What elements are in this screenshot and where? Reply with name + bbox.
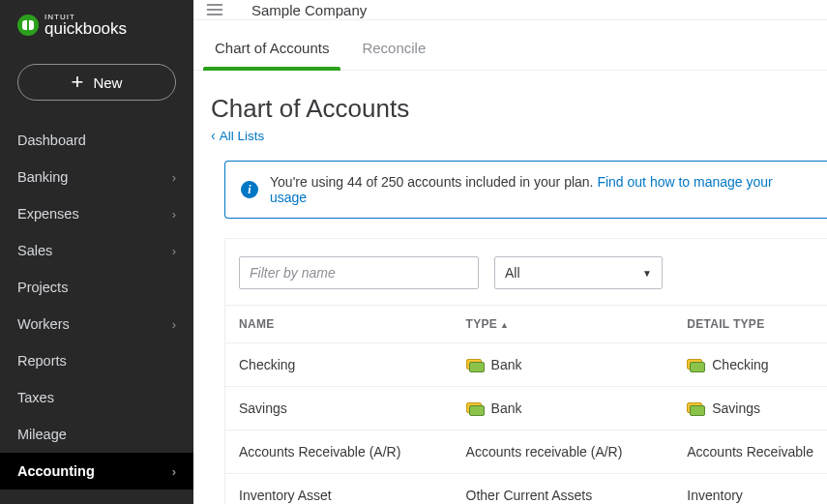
cell-detail: Savings	[673, 387, 827, 430]
cash-icon	[466, 402, 484, 414]
sidebar-item-label: Taxes	[17, 390, 54, 405]
banner-text-wrap: You're using 44 of 250 accounts included…	[270, 174, 812, 205]
cell-type: Bank	[453, 343, 674, 387]
table-row[interactable]: CheckingBankChecking	[225, 343, 827, 387]
col-header-detail[interactable]: DETAIL TYPE	[673, 306, 827, 343]
tab-reconcile[interactable]: Reconcile	[358, 34, 429, 70]
sidebar-item-label: Reports	[17, 353, 67, 369]
tabs: Chart of AccountsReconcile	[193, 20, 827, 71]
cell-detail-text: Accounts Receivable	[687, 444, 813, 460]
sidebar-nav: DashboardBanking›Expenses›Sales›Projects…	[0, 122, 193, 504]
brand-logo[interactable]: INTUIT quickbooks	[0, 0, 193, 46]
topbar: Sample Company	[193, 0, 827, 20]
cash-icon	[687, 359, 704, 371]
chevron-right-icon: ›	[172, 317, 176, 332]
sidebar-item-dashboard[interactable]: Dashboard	[0, 122, 193, 159]
sidebar-item-label: Mileage	[17, 427, 67, 442]
tab-chart-of-accounts[interactable]: Chart of Accounts	[211, 34, 333, 70]
sidebar-item-taxes[interactable]: Taxes	[0, 379, 193, 416]
cell-type-text: Bank	[491, 357, 522, 372]
sidebar-item-label: Projects	[17, 280, 68, 295]
cell-name: Inventory Asset	[225, 474, 453, 505]
breadcrumb-all-lists[interactable]: ‹ All Lists	[211, 128, 827, 143]
sidebar-item-accounting[interactable]: Accounting›	[0, 453, 193, 489]
sidebar-item-workers[interactable]: Workers›	[0, 306, 193, 342]
brand-name: quickbooks	[44, 20, 127, 37]
company-name: Sample Company	[251, 2, 367, 18]
col-header-type[interactable]: TYPE▲	[453, 306, 674, 343]
select-value: All	[505, 265, 520, 281]
banner-text: You're using 44 of 250 accounts included…	[270, 174, 597, 190]
accounts-table: NAME TYPE▲ DETAIL TYPE CheckingBankCheck…	[225, 305, 827, 504]
sidebar-item-mileage[interactable]: Mileage	[0, 416, 193, 453]
breadcrumb-label: All Lists	[220, 129, 265, 143]
sort-asc-icon: ▲	[500, 320, 509, 330]
sidebar-item-label: Sales	[17, 243, 52, 258]
usage-banner: i You're using 44 of 250 accounts includ…	[224, 161, 827, 219]
hamburger-icon	[205, 0, 224, 19]
cell-detail: Inventory	[673, 474, 827, 505]
sidebar-item-label: Expenses	[17, 206, 79, 222]
sidebar-item-expenses[interactable]: Expenses›	[0, 195, 193, 232]
page-content: Chart of Accounts ‹ All Lists i You're u…	[193, 71, 827, 504]
filters-row: All ▼	[225, 256, 827, 305]
sidebar-item-label: Banking	[17, 169, 68, 185]
chevron-right-icon: ›	[172, 464, 176, 479]
cell-name: Savings	[225, 387, 453, 430]
plus-icon: +	[72, 72, 84, 93]
cash-icon	[687, 402, 704, 414]
sidebar-item-banking[interactable]: Banking›	[0, 159, 193, 195]
cell-name: Checking	[225, 343, 453, 387]
page-title: Chart of Accounts	[211, 94, 827, 124]
sidebar-item-label: Accounting	[17, 463, 95, 479]
cell-type-text: Bank	[491, 400, 522, 416]
new-button[interactable]: + New	[17, 64, 176, 101]
cell-type: Bank	[453, 387, 674, 430]
hamburger-menu[interactable]	[195, 0, 234, 19]
cell-detail: Accounts Receivable	[673, 430, 827, 474]
filter-type-select[interactable]: All ▼	[494, 256, 663, 289]
table-row[interactable]: Inventory AssetOther Current AssetsInven…	[225, 474, 827, 505]
chevron-right-icon: ›	[172, 170, 176, 185]
cell-detail-text: Checking	[712, 357, 768, 372]
brand-text: INTUIT quickbooks	[44, 14, 127, 37]
cell-type-text: Other Current Assets	[466, 488, 593, 503]
cash-icon	[466, 359, 484, 371]
col-header-name[interactable]: NAME	[225, 306, 453, 343]
filter-name-input[interactable]	[239, 256, 479, 289]
cell-detail-text: Inventory	[687, 488, 743, 503]
chevron-right-icon: ›	[172, 207, 176, 222]
quickbooks-icon	[17, 15, 39, 36]
cell-type: Accounts receivable (A/R)	[453, 430, 674, 474]
sidebar-item-sales[interactable]: Sales›	[0, 232, 193, 269]
chevron-right-icon: ›	[172, 244, 176, 258]
chevron-left-icon: ‹	[211, 128, 216, 143]
sidebar-item-projects[interactable]: Projects	[0, 269, 193, 306]
cell-type-text: Accounts receivable (A/R)	[466, 444, 623, 460]
sidebar-item-reports[interactable]: Reports	[0, 342, 193, 379]
accounts-table-card: All ▼ NAME TYPE▲ DETAIL TYPE CheckingBan…	[224, 238, 827, 504]
cell-type: Other Current Assets	[453, 474, 674, 505]
info-icon: i	[241, 181, 258, 198]
cell-name: Accounts Receivable (A/R)	[225, 430, 453, 474]
chevron-down-icon: ▼	[642, 268, 652, 279]
cell-detail: Checking	[673, 343, 827, 387]
main-area: Sample Company Chart of AccountsReconcil…	[193, 0, 827, 504]
sidebar-item-label: Dashboard	[17, 133, 86, 148]
table-row[interactable]: Accounts Receivable (A/R)Accounts receiv…	[225, 430, 827, 474]
sidebar-item-label: Workers	[17, 316, 70, 332]
new-button-label: New	[93, 74, 122, 91]
cell-detail-text: Savings	[712, 400, 760, 416]
table-row[interactable]: SavingsBankSavings	[225, 387, 827, 430]
sidebar: INTUIT quickbooks + New DashboardBanking…	[0, 0, 193, 504]
